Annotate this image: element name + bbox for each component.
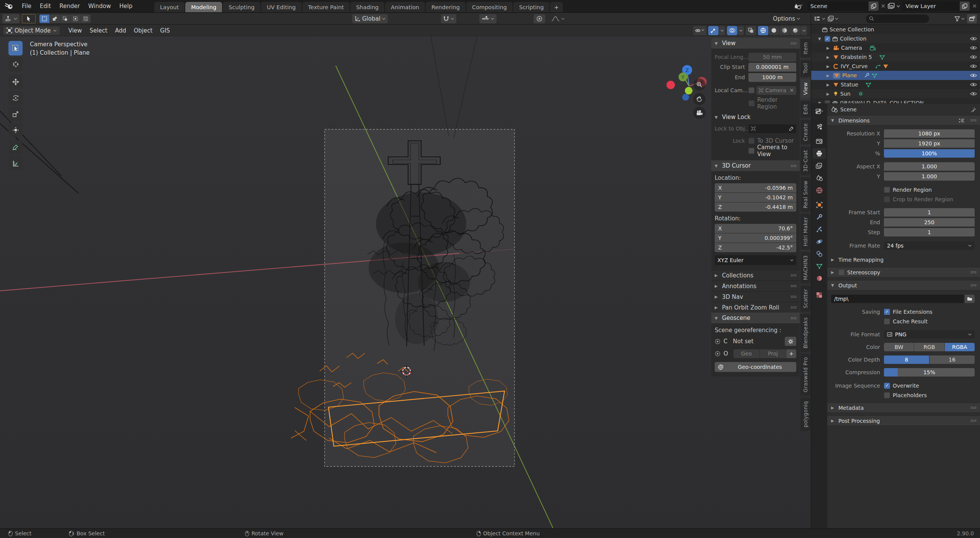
presets-icon[interactable] [959,118,965,123]
tool-rotate[interactable] [8,91,23,105]
stereoscopy-checkbox[interactable] [838,269,844,276]
drag-dots-icon[interactable] [970,406,976,409]
npanel-tab-create[interactable]: Create [800,120,810,145]
proportional-editing-toggle[interactable] [534,14,545,23]
npanel-tab-scatter[interactable]: Scatter [800,285,810,312]
local-camera-field[interactable]: Camera ✕ [756,86,796,95]
file-extensions-checkbox[interactable]: ✓ [884,309,890,315]
properties-tab-object-data[interactable] [813,261,826,271]
shading-rendered-button[interactable] [790,26,800,35]
workspace-tab-layout[interactable]: Layout [154,2,185,12]
expand-icon[interactable]: ▶ [826,64,831,68]
metadata-section-header[interactable]: ▶ Metadata [827,403,980,413]
expand-icon[interactable]: ▶ [826,46,831,50]
frame-step-field[interactable]: 1 [884,228,975,236]
viewport-menu-view[interactable]: View [65,27,86,34]
workspace-tab-shading[interactable]: Shading [350,2,384,12]
workspace-tab-uv-editing[interactable]: UV Editing [261,2,302,12]
menu-file[interactable]: File [18,0,36,12]
curve-data-icon[interactable] [875,64,881,69]
outliner-row-scene-collection[interactable]: Scene Collection [811,25,980,34]
options-dropdown[interactable]: Options [771,14,802,23]
properties-tab-material[interactable] [813,273,826,284]
aspect-y-field[interactable]: 1.000 [884,172,975,181]
focal-length-field[interactable]: 50 mm [748,53,796,62]
outliner-row-plane[interactable]: ▶ Plane [811,71,980,80]
nav-3d-section-header[interactable]: ▶3D Nav [711,291,800,302]
eye-icon[interactable] [970,55,977,59]
outliner-display-mode-dropdown[interactable] [828,16,838,21]
overlays-dropdown[interactable] [738,26,744,35]
drag-dots-icon[interactable] [791,306,796,309]
placeholders-checkbox[interactable] [884,392,890,398]
eye-icon[interactable] [970,91,977,96]
workspace-tab-rendering[interactable]: Rendering [426,2,466,12]
crop-to-render-region-checkbox[interactable] [884,196,890,202]
eye-icon[interactable] [970,73,977,78]
clip-start-field[interactable]: 0.000001 m [748,63,796,72]
cursor-rotation-y[interactable]: Y0.000399° [715,233,796,243]
lock-to-cursor-checkbox[interactable] [748,138,755,144]
view-layer-remove-icon[interactable]: ✕ [972,3,977,10]
workspace-tab-scripting[interactable]: Scripting [513,2,549,12]
shading-solid-button[interactable] [769,26,779,35]
resolution-pct-slider[interactable]: 100% [884,149,975,158]
tool-measure[interactable] [8,156,23,171]
properties-tab-physics[interactable] [813,236,826,247]
outliner-row-sun[interactable]: ▶ Sun [811,89,980,98]
drag-dots-icon[interactable] [791,285,796,287]
view-section-header[interactable]: ▼ View [711,38,800,49]
gizmo-dropdown[interactable] [719,26,725,35]
expand-icon[interactable]: ▼ [818,101,823,104]
snap-toggle-button[interactable] [441,14,456,23]
scene-name-field[interactable]: Scene [807,2,869,11]
select-mode-intersect[interactable] [81,15,91,23]
view-layer-browse-icon[interactable] [888,3,900,10]
editor-type-button[interactable] [2,14,20,23]
select-mode-extend[interactable] [50,15,60,23]
view-lock-collapse-icon[interactable]: ▼ [715,115,719,119]
time-remapping-header[interactable]: Time Remapping [838,257,884,263]
outliner-filter-dropdown[interactable] [954,16,965,21]
properties-editor-type-button[interactable] [813,106,826,117]
outliner-editor-type-button[interactable] [814,16,825,21]
resolution-y-field[interactable]: 1920 px [884,139,975,148]
properties-tab-modifiers[interactable] [813,212,826,222]
properties-tab-world[interactable] [813,185,826,196]
menu-render[interactable]: Render [55,0,84,12]
cursor-section-header[interactable]: ▼ 3D Cursor [711,160,800,171]
tool-scale[interactable] [8,107,23,121]
collections-section-header[interactable]: ▶Collections [711,270,800,280]
transform-orientation-dropdown[interactable]: Global [352,14,388,23]
collection-checkbox[interactable]: ✓ [825,36,830,42]
pan-orbit-section-header[interactable]: ▶Pan Orbit Zoom Roll [711,302,800,313]
properties-tab-output[interactable] [813,148,826,159]
blender-logo-icon[interactable] [0,0,18,12]
scene-browse-icon[interactable] [794,3,805,10]
color-rgb-button[interactable]: RGB [914,343,944,351]
npanel-tab-blendpeaks[interactable]: Blendpeaks [800,314,810,352]
workspace-tab-modeling[interactable]: Modeling [185,2,222,12]
workspace-tab-texture-paint[interactable]: Texture Paint [302,2,350,12]
npanel-tab-hdri-maker[interactable]: Hdri Maker [800,214,810,249]
clip-end-field[interactable]: 1000 m [748,73,796,82]
overlays-toggle[interactable] [727,26,737,35]
frame-start-field[interactable]: 1 [884,208,975,217]
drag-dots-icon[interactable] [970,419,976,422]
menu-edit[interactable]: Edit [36,0,55,12]
drag-dots-icon[interactable] [791,165,796,167]
properties-tab-view-layer[interactable] [813,160,826,171]
tool-transform[interactable] [8,123,23,137]
npanel-tab-item[interactable]: Item [800,39,810,58]
cursor-location-z[interactable]: Z-0.4418 m [715,202,796,212]
local-camera-checkbox[interactable] [748,87,755,93]
eye-icon[interactable] [970,64,977,68]
color-rgba-button[interactable]: RGBA [945,343,975,351]
eye-icon[interactable] [970,36,977,41]
outliner-row-statue[interactable]: ▶ Statue [811,80,980,89]
modifier-wrench-icon[interactable] [864,73,870,78]
eyedropper-icon[interactable] [789,126,794,131]
outliner-row-camera[interactable]: ▶ Camera [811,43,980,52]
origin-add-button[interactable]: + [786,349,796,358]
drag-dots-icon[interactable] [791,42,796,45]
